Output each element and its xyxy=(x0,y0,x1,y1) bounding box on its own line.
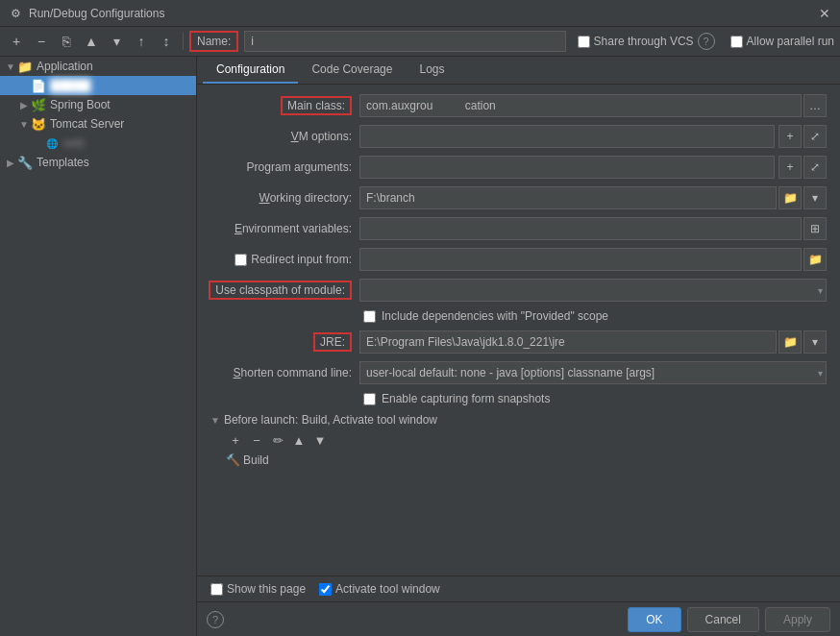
before-launch-label: Before launch: Build, Activate tool wind… xyxy=(224,413,437,427)
activate-window-checkbox[interactable] xyxy=(319,583,332,596)
before-launch-remove-button[interactable]: − xyxy=(247,430,266,450)
before-launch-add-button[interactable]: + xyxy=(226,430,245,450)
help-button[interactable]: ? xyxy=(698,33,715,50)
main-content: ▼ 📁 Application ▶ 📄 █████ ▶ 🌿 Spring Boo… xyxy=(0,57,840,636)
before-launch-toolbar: + − ✏ ▲ ▼ xyxy=(210,430,827,450)
tab-code-coverage[interactable]: Code Coverage xyxy=(298,57,406,84)
enable-capturing-checkbox[interactable] xyxy=(363,393,376,405)
sidebar-label-spring-boot: Spring Boot xyxy=(50,98,111,111)
environment-variables-browse-button[interactable]: ⊞ xyxy=(803,217,827,240)
before-launch-edit-button[interactable]: ✏ xyxy=(268,430,287,450)
indent-spacer: ▶ xyxy=(17,79,31,92)
program-arguments-input[interactable] xyxy=(359,156,775,179)
vm-options-input[interactable] xyxy=(359,125,775,148)
close-button[interactable]: ✕ xyxy=(817,6,832,21)
sidebar-item-tomcat-server[interactable]: ▼ 🐱 Tomcat Server xyxy=(0,114,196,134)
cancel-button[interactable]: Cancel xyxy=(687,607,759,632)
program-arguments-input-group: + ⤢ xyxy=(359,156,827,179)
shorten-command-label: Shorten command line: xyxy=(210,366,359,379)
program-arguments-buttons: + ⤢ xyxy=(778,156,827,179)
sidebar-item-application[interactable]: ▼ 📁 Application xyxy=(0,57,196,76)
tabs-bar: Configuration Code Coverage Logs xyxy=(197,57,840,85)
dialog-title: Run/Debug Configurations xyxy=(29,7,817,20)
before-launch-moveup-button[interactable]: ▲ xyxy=(289,430,309,450)
sidebar-item-tomcat-web[interactable]: ▶ 🌐 web xyxy=(0,134,196,153)
apply-button[interactable]: Apply xyxy=(765,607,830,632)
dropdown-button[interactable]: ▾ xyxy=(106,31,127,52)
include-dependencies-checkbox[interactable] xyxy=(363,310,376,323)
redirect-input-checkbox[interactable] xyxy=(235,254,247,266)
before-launch-movedown-button[interactable]: ▼ xyxy=(310,430,330,450)
remove-config-button[interactable]: − xyxy=(31,31,52,52)
tab-configuration[interactable]: Configuration xyxy=(203,57,298,84)
file-icon: 📄 xyxy=(31,78,46,93)
name-field-label: Name: xyxy=(189,31,238,52)
main-class-input-group: … xyxy=(359,94,827,117)
title-bar-controls: ✕ xyxy=(817,6,832,21)
activate-window-label: Activate tool window xyxy=(319,582,440,596)
move-up-button[interactable]: ↑ xyxy=(131,31,152,52)
working-directory-dropdown-button[interactable]: ▾ xyxy=(803,186,827,209)
sidebar: ▼ 📁 Application ▶ 📄 █████ ▶ 🌿 Spring Boo… xyxy=(0,57,197,636)
sidebar-item-spring-boot[interactable]: ▶ 🌿 Spring Boot xyxy=(0,95,196,114)
before-launch-section: ▼ Before launch: Build, Activate tool wi… xyxy=(210,413,827,467)
show-page-checkbox[interactable] xyxy=(210,583,223,596)
sidebar-label-web: web xyxy=(63,136,85,150)
sort-button[interactable]: ↕ xyxy=(156,31,177,52)
build-item: 🔨 Build xyxy=(210,453,827,467)
add-config-button[interactable]: + xyxy=(6,31,27,52)
sidebar-item-templates[interactable]: ▶ 🔧 Templates xyxy=(0,153,196,172)
redirect-input-input-group: 📁 xyxy=(359,248,827,271)
before-launch-header: ▼ Before launch: Build, Activate tool wi… xyxy=(210,413,827,427)
jre-input[interactable]: E:\Program Files\Java\jdk1.8.0_221\jre xyxy=(359,330,777,354)
configuration-form: Main class: … VM options: + ⤢ xyxy=(197,85,840,575)
jre-browse-button[interactable]: 📁 xyxy=(778,330,802,354)
arrow-up-button[interactable]: ▲ xyxy=(81,31,102,52)
include-dependencies-label: Include dependencies with "Provided" sco… xyxy=(382,309,608,323)
environment-variables-input-group: ⊞ xyxy=(359,217,827,240)
main-class-input[interactable] xyxy=(359,94,802,117)
sidebar-item-app-child[interactable]: ▶ 📄 █████ xyxy=(0,76,196,95)
program-arguments-expand-button[interactable]: + xyxy=(778,156,802,179)
copy-config-button[interactable]: ⎘ xyxy=(56,31,77,52)
bottom-help-button[interactable]: ? xyxy=(207,611,224,628)
name-input[interactable] xyxy=(244,31,565,52)
ok-button[interactable]: OK xyxy=(628,607,680,632)
sidebar-label-tomcat-server: Tomcat Server xyxy=(50,117,124,131)
tab-logs[interactable]: Logs xyxy=(406,57,457,84)
enable-capturing-label: Enable capturing form snapshots xyxy=(382,392,550,405)
working-directory-input[interactable]: F:\branch xyxy=(359,186,777,209)
redirect-input-browse-button[interactable]: 📁 xyxy=(803,248,827,271)
vm-options-input-group: + ⤢ xyxy=(359,125,827,148)
program-arguments-fullscreen-button[interactable]: ⤢ xyxy=(803,156,827,179)
jre-input-group: E:\Program Files\Java\jdk1.8.0_221\jre 📁… xyxy=(359,330,827,354)
use-classpath-select[interactable] xyxy=(359,279,827,302)
working-directory-input-group: F:\branch 📁 ▾ xyxy=(359,186,827,209)
templates-icon: 🔧 xyxy=(17,155,33,170)
redirect-input-label: Redirect input from: xyxy=(251,253,352,266)
vm-options-expand-button[interactable]: + xyxy=(778,125,802,148)
shorten-command-select[interactable]: user-local default: none - java [options… xyxy=(359,361,827,384)
shorten-command-row: Shorten command line: user-local default… xyxy=(210,361,827,384)
environment-variables-input[interactable] xyxy=(359,217,802,240)
enable-capturing-row: Enable capturing form snapshots xyxy=(210,392,827,405)
main-class-browse-button[interactable]: … xyxy=(803,94,827,117)
working-directory-label: Working directory: xyxy=(210,191,359,205)
main-class-row: Main class: … xyxy=(210,94,827,117)
jre-dropdown-button[interactable]: ▾ xyxy=(803,330,827,354)
before-launch-arrow: ▼ xyxy=(210,415,220,426)
working-directory-browse-button[interactable]: 📁 xyxy=(778,186,802,209)
allow-parallel-checkbox[interactable] xyxy=(730,36,743,48)
sidebar-label-app-child: █████ xyxy=(50,79,91,92)
vm-options-fullscreen-button[interactable]: ⤢ xyxy=(803,125,827,148)
environment-variables-row: Environment variables: ⊞ xyxy=(210,217,827,240)
tomcat-icon: 🐱 xyxy=(31,116,46,132)
folder-icon: 📁 xyxy=(17,59,33,74)
redirect-input-row: Redirect input from: 📁 xyxy=(210,248,827,271)
include-dependencies-row: Include dependencies with "Provided" sco… xyxy=(210,309,827,323)
redirect-input-field[interactable] xyxy=(359,248,802,271)
tomcat-arrow: ▼ xyxy=(17,117,31,131)
share-vcs-checkbox[interactable] xyxy=(578,36,590,48)
sidebar-label-templates: Templates xyxy=(37,156,89,169)
vm-options-buttons: + ⤢ xyxy=(778,125,827,148)
